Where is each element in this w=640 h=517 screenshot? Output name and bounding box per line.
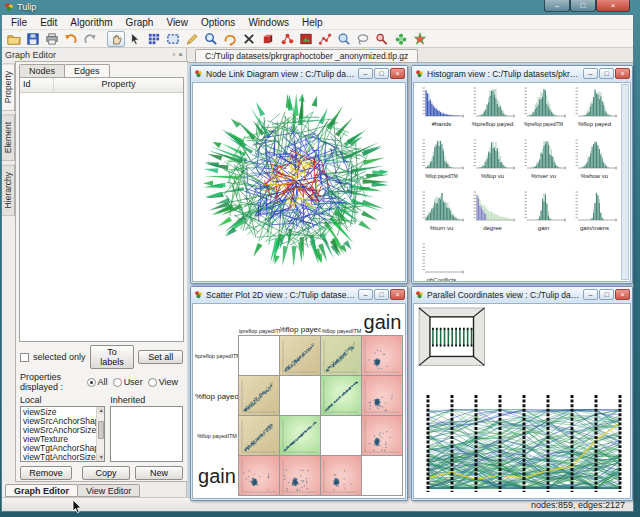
histogram--preflop-payed[interactable]: %preflop payed: [467, 85, 518, 137]
view-close-icon[interactable]: ×: [615, 289, 630, 300]
redo-icon[interactable]: [81, 31, 99, 47]
scatter-cell[interactable]: [238, 415, 280, 456]
view-close-icon[interactable]: ×: [390, 289, 405, 300]
histogram--flop-vu[interactable]: %flop vu: [467, 137, 518, 189]
histogram--flop-payedITM[interactable]: %flop payedITM: [416, 137, 467, 189]
view-minimize-icon[interactable]: –: [583, 68, 598, 79]
undo-icon[interactable]: [62, 31, 80, 47]
histogram--hands[interactable]: #hands: [416, 85, 467, 137]
copy-button[interactable]: Copy: [82, 466, 130, 480]
histogram-canvas[interactable]: #hands%preflop payed%preflop payedITM%fl…: [413, 82, 631, 282]
histogram-window[interactable]: Histogram view : C:/Tulip datasets/pkrgr…: [411, 65, 633, 284]
histogram-gain-mains[interactable]: gain/mains: [569, 189, 620, 241]
view-minimize-icon[interactable]: –: [358, 68, 373, 79]
scatter-cell[interactable]: [279, 455, 321, 496]
view-maximize-icon[interactable]: □: [599, 68, 614, 79]
local-list-scrollbar[interactable]: ▲ ▼: [96, 407, 104, 461]
tab-nodes[interactable]: Nodes: [19, 64, 65, 77]
histogram--turn-vu[interactable]: %turn vu: [416, 189, 467, 241]
remove-button[interactable]: Remove: [20, 466, 72, 480]
rectangle-selection-icon[interactable]: [164, 31, 182, 47]
view-maximize-icon[interactable]: □: [374, 289, 389, 300]
property-table[interactable]: Id Property: [19, 77, 184, 342]
menu-file[interactable]: File: [5, 16, 33, 29]
close-button[interactable]: ×: [596, 0, 630, 12]
scatter-cell[interactable]: [361, 415, 403, 456]
view-minimize-icon[interactable]: –: [358, 289, 373, 300]
scatter-cell[interactable]: [320, 455, 362, 496]
get-set-information-icon[interactable]: [297, 31, 315, 47]
histogram-degree[interactable]: degree: [467, 189, 518, 241]
menu-view[interactable]: View: [160, 16, 194, 29]
scatter-cell[interactable]: [279, 375, 321, 416]
scatter-cell[interactable]: [361, 335, 403, 376]
add-node-icon[interactable]: [259, 31, 277, 47]
scatter-cell[interactable]: [361, 455, 403, 496]
zoom-box-icon[interactable]: [202, 31, 220, 47]
selected-only-checkbox[interactable]: [20, 353, 29, 362]
node-link-window-titlebar[interactable]: Node Link Diagram view : C:/Tulip datase…: [191, 66, 407, 81]
column-property[interactable]: Property: [54, 78, 183, 92]
color-picker-icon[interactable]: [373, 31, 391, 47]
radio-all[interactable]: All: [87, 377, 108, 387]
scatter-canvas[interactable]: %preflop payedITM%flop payed%flop payedI…: [192, 303, 406, 499]
scroll-down-icon[interactable]: ▼: [97, 454, 105, 461]
local-properties-list[interactable]: viewSizeviewSrcAnchorShapeviewSrcAnchorS…: [20, 406, 105, 462]
rotate-icon[interactable]: [221, 31, 239, 47]
minimize-button[interactable]: –: [544, 0, 570, 12]
menu-edit[interactable]: Edit: [34, 16, 63, 29]
find-icon[interactable]: [335, 31, 353, 47]
panel-close-icon[interactable]: ×: [178, 50, 183, 59]
property-table-body[interactable]: [20, 93, 183, 341]
fisheye-icon[interactable]: [392, 31, 410, 47]
histogram--flop-payed[interactable]: %flop payed: [569, 85, 620, 137]
side-tab-property[interactable]: Property: [2, 63, 15, 111]
parallel-coordinates-window[interactable]: Parallel Coordinates view : C:/Tulip dat…: [411, 286, 633, 501]
histogram-nbConflicts[interactable]: nbConflicts: [416, 241, 467, 282]
bottom-tab-graph-editor[interactable]: Graph Editor: [5, 484, 78, 497]
to-labels-button[interactable]: To labels: [90, 345, 135, 369]
scatter-plot-window[interactable]: Scatter Plot 2D view : C:/Tulip datasets…: [190, 286, 408, 501]
parallel-coordinates-canvas[interactable]: [413, 303, 631, 499]
list-item[interactable]: viewTgtAnchorSize: [23, 453, 104, 462]
navigation-hand-icon[interactable]: [107, 31, 125, 47]
view-minimize-icon[interactable]: –: [583, 289, 598, 300]
histogram--river-vu[interactable]: %river vu: [518, 137, 569, 189]
scatter-cell[interactable]: [320, 415, 362, 456]
lasso-selection-icon[interactable]: [354, 31, 372, 47]
side-tab-hierarchy[interactable]: Hierarchy: [2, 164, 15, 216]
scatter-cell[interactable]: [320, 375, 362, 416]
scatter-cell[interactable]: [238, 455, 280, 496]
scatter-cell[interactable]: [279, 335, 321, 376]
magic-selection-icon[interactable]: [145, 31, 163, 47]
column-id[interactable]: Id: [20, 78, 54, 92]
histogram-gain[interactable]: gain: [518, 189, 569, 241]
view-close-icon[interactable]: ×: [615, 68, 630, 79]
radio-view[interactable]: View: [148, 377, 178, 387]
scatter-cell[interactable]: [279, 415, 321, 456]
view-close-icon[interactable]: ×: [390, 68, 405, 79]
histogram-scrollbar[interactable]: [621, 84, 629, 280]
radio-user[interactable]: User: [113, 377, 143, 387]
histogram--show-vu[interactable]: %show vu: [569, 137, 620, 189]
new-button[interactable]: New: [135, 466, 183, 480]
scatter-cell[interactable]: [238, 375, 280, 416]
inherited-properties-list[interactable]: [110, 406, 183, 462]
bottom-tab-view-editor[interactable]: View Editor: [77, 484, 140, 497]
side-tab-element[interactable]: Element: [2, 114, 15, 161]
histogram--preflop-payedITM[interactable]: %preflop payedITM: [518, 85, 569, 137]
delete-element-icon[interactable]: [240, 31, 258, 47]
scatter-window-titlebar[interactable]: Scatter Plot 2D view : C:/Tulip datasets…: [191, 287, 407, 302]
menu-windows[interactable]: Windows: [242, 16, 295, 29]
menu-help[interactable]: Help: [296, 16, 329, 29]
save-icon[interactable]: [24, 31, 42, 47]
panel-float-icon[interactable]: ▫: [172, 50, 175, 59]
view-maximize-icon[interactable]: □: [599, 289, 614, 300]
scatter-cell[interactable]: [238, 335, 280, 376]
scatter-cell[interactable]: [361, 375, 403, 416]
set-all-button[interactable]: Set all: [138, 350, 183, 364]
histogram-window-titlebar[interactable]: Histogram view : C:/Tulip datasets/pkrgr…: [412, 66, 632, 81]
scroll-up-icon[interactable]: ▲: [97, 407, 105, 414]
graph-interactor-icon[interactable]: [316, 31, 334, 47]
menu-graph[interactable]: Graph: [120, 16, 160, 29]
